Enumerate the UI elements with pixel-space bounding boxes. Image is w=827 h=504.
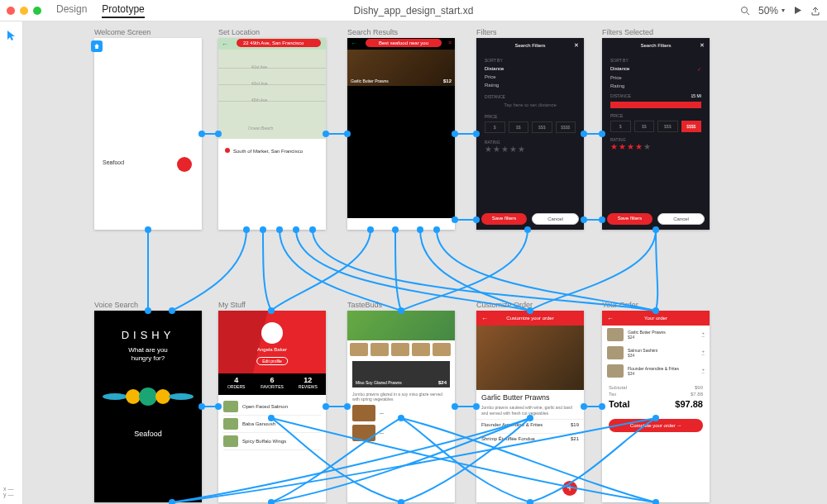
search-icon[interactable] — [740, 6, 750, 16]
price-tier[interactable]: $$ — [634, 121, 655, 132]
sort-option[interactable]: Price — [610, 75, 701, 80]
list-item[interactable]: — — [347, 423, 455, 443]
artboard-label[interactable]: Search Results — [347, 28, 398, 36]
artboard-label[interactable]: Welcome Screen — [94, 28, 151, 36]
complete-order-button[interactable]: Complete your order → — [609, 419, 703, 432]
price-tier[interactable]: $$$ — [657, 121, 678, 132]
back-icon[interactable]: ← — [607, 315, 614, 322]
cancel-button[interactable]: Cancel — [532, 213, 579, 225]
home-node-icon[interactable] — [91, 40, 103, 52]
edit-profile-button[interactable]: Edit profile — [256, 357, 288, 365]
list-item[interactable]: Baba Ganoush — [223, 416, 321, 433]
close-icon[interactable]: ✕ — [574, 42, 579, 49]
save-filters-button[interactable]: Save filters — [481, 213, 527, 225]
artboard-mystuff[interactable]: Angela Baker Edit profile 4ORDERS 6FAVOR… — [218, 311, 326, 502]
order-item: Salmon Sashimi$34+– — [602, 344, 710, 362]
sort-option[interactable]: Rating — [485, 83, 576, 88]
rating-stars[interactable]: ★★★★★ — [610, 142, 701, 151]
search-pill[interactable]: Best seafood near you — [366, 39, 442, 47]
address-pill[interactable]: 22 49th Ave, San Francisco — [237, 39, 321, 47]
close-icon[interactable]: ✕ — [700, 42, 705, 49]
location-text: South of Market, San Francisco — [233, 149, 303, 154]
tax-label: Tax — [609, 392, 616, 397]
price-tier[interactable]: $$$ — [532, 121, 552, 133]
artboard-customize[interactable]: ←Customize your order Garlic Butter Praw… — [476, 311, 584, 502]
qty-stepper[interactable]: +– — [701, 368, 705, 374]
artboard-results[interactable]: ← Best seafood near you ≡ Garlic Butter … — [347, 38, 455, 230]
artboard-location[interactable]: ← 22 49th Ave, San Francisco 41st Ave 43… — [218, 38, 326, 230]
sort-label: SORT BY — [485, 58, 576, 63]
artboard-label[interactable]: Filters — [476, 28, 497, 36]
sort-option[interactable]: Distance — [485, 66, 576, 71]
search-fab-button[interactable] — [177, 157, 192, 172]
sort-option[interactable]: Price — [485, 74, 576, 79]
back-icon[interactable]: ← — [481, 315, 488, 322]
tab-item[interactable] — [428, 218, 456, 230]
prototype-canvas[interactable]: Welcome Screen Seafood Set Location ← 22… — [23, 21, 827, 504]
qty-stepper[interactable]: +– — [701, 331, 705, 338]
artboard-filters-selected[interactable]: Search Filters ✕ SORT BY Distance✓ Price… — [602, 38, 710, 230]
location-sheet[interactable]: South of Market, San Francisco — [218, 139, 326, 230]
price-tier[interactable]: $ — [610, 121, 631, 132]
list-item[interactable]: Open Faced Salmon — [223, 398, 321, 416]
price-tier[interactable]: $$ — [509, 121, 529, 133]
add-fab-button[interactable]: + — [562, 481, 577, 496]
artboard-label[interactable]: My Stuff — [218, 301, 246, 309]
distance-slider[interactable] — [610, 102, 701, 108]
featured-card[interactable]: Miso Soy Glazed Prawns $24 — [352, 361, 450, 388]
tab-design[interactable]: Design — [56, 3, 87, 18]
avatar[interactable] — [261, 322, 283, 344]
qty-stepper[interactable]: +– — [701, 349, 705, 356]
artboard-voice[interactable]: DISHY What are you hungry for? Seafood — [94, 311, 202, 502]
filter-icon[interactable]: ≡ — [448, 40, 452, 45]
price-tier[interactable]: $ — [485, 121, 505, 133]
artboard-label[interactable]: TasteBuds — [347, 301, 382, 309]
stat-orders[interactable]: 4ORDERS — [218, 373, 254, 395]
artboard-label[interactable]: Set Location — [218, 28, 260, 36]
share-icon[interactable] — [810, 6, 820, 16]
thumbnail — [607, 364, 624, 378]
artboard-tastebuds[interactable]: Miso Soy Glazed Prawns $24 Jumbo prawns … — [347, 311, 455, 502]
map-view[interactable]: 41st Ave 43rd Ave 45th Ave Ocean Beach — [218, 50, 326, 139]
rating-stars[interactable]: ★★★★★ — [485, 145, 576, 154]
thumbnail-strip[interactable] — [347, 340, 455, 359]
distance-hint[interactable]: Tap here to set distance — [485, 102, 576, 107]
back-icon[interactable]: ← — [222, 40, 228, 48]
cursor-tool-icon[interactable] — [7, 34, 17, 43]
stat-reviews[interactable]: 12REVIEWS — [290, 373, 326, 395]
maximize-window-icon[interactable] — [33, 7, 41, 15]
save-filters-button[interactable]: Save filters — [607, 213, 653, 225]
dish-price: $12 — [443, 78, 452, 83]
waveform-icon — [94, 388, 202, 405]
play-icon[interactable] — [793, 6, 802, 15]
tab-item[interactable] — [375, 218, 402, 230]
price-tier[interactable]: $$$$ — [556, 121, 576, 133]
artboard-label[interactable]: Your Order — [602, 301, 638, 309]
list-item[interactable]: — — [347, 403, 455, 423]
price-tier[interactable]: $$$$ — [681, 121, 702, 132]
sort-option[interactable]: Distance✓ — [610, 66, 701, 72]
sort-option[interactable]: Rating — [610, 83, 701, 88]
tab-item[interactable] — [401, 218, 428, 230]
artboard-order[interactable]: ←Your order Garlic Butter Prawns$24+– Sa… — [602, 311, 710, 502]
artboard-filters[interactable]: Search Filters ✕ SORT BY Distance Price … — [476, 38, 584, 230]
artboard-label[interactable]: Voice Search — [94, 301, 138, 309]
bottom-tabs — [347, 218, 455, 230]
back-icon[interactable]: ← — [351, 40, 357, 47]
artboard-label[interactable]: Filters Selected — [602, 28, 653, 36]
artboard-welcome[interactable]: Seafood — [94, 38, 202, 230]
artboard-label[interactable]: Customize Order — [476, 301, 533, 309]
result-card[interactable]: Garlic Butter Prawns $12 — [347, 50, 455, 86]
list-item[interactable]: Spicy Buffalo Wings — [223, 433, 321, 450]
stat-favorites[interactable]: 6FAVORITES — [254, 373, 289, 395]
zoom-level[interactable]: 50%▾ — [758, 5, 785, 17]
close-window-icon[interactable] — [7, 7, 15, 15]
minimize-window-icon[interactable] — [20, 7, 28, 15]
tab-item[interactable] — [347, 218, 375, 230]
subtotal-value: $90 — [695, 385, 703, 390]
addon-row[interactable]: Flounder Amandine & Frites$19 — [476, 419, 584, 430]
cancel-button[interactable]: Cancel — [657, 213, 705, 225]
area-label: Ocean Beach — [248, 126, 273, 131]
addon-row[interactable]: Shrimp Étouffée Fondue$21 — [476, 433, 584, 444]
tab-prototype[interactable]: Prototype — [102, 3, 144, 18]
